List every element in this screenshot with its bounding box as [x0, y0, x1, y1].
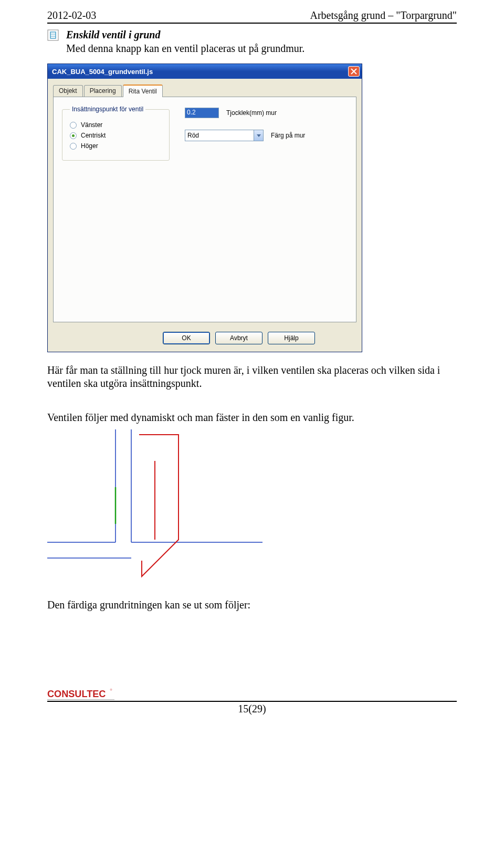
- close-button[interactable]: [348, 66, 360, 77]
- thickness-row: 0.2 Tjocklek(mm) mur: [185, 108, 305, 118]
- radio-icon: [70, 132, 77, 139]
- titlebar[interactable]: CAK_BUA_5004_grundventil.js: [48, 64, 362, 79]
- section-header: Enskild ventil i grund: [47, 29, 457, 41]
- color-label: Färg på mur: [271, 132, 305, 139]
- vent-tool-icon: [47, 29, 59, 41]
- tab-rita-ventil[interactable]: Rita Ventil: [123, 85, 163, 97]
- tab-placering[interactable]: Placering: [84, 85, 122, 97]
- radio-icon: [70, 143, 77, 150]
- dialog-buttons: OK Avbryt Hjälp: [116, 328, 362, 352]
- titlebar-text: CAK_BUA_5004_grundventil.js: [52, 68, 348, 76]
- ventil-drawing: [47, 429, 262, 587]
- radio-hoger[interactable]: Höger: [70, 142, 162, 150]
- paragraph-dynamic: Ventilen följer med dynamiskt och man fä…: [47, 411, 457, 424]
- consultec-logo: CONSULTEC ®: [47, 685, 131, 706]
- thickness-label: Tjocklek(mm) mur: [226, 109, 277, 117]
- tabstrip: Objekt Placering Rita Ventil: [53, 83, 362, 97]
- svg-text:®: ®: [110, 688, 112, 691]
- tab-objekt[interactable]: Objekt: [53, 85, 83, 97]
- dialog-window: CAK_BUA_5004_grundventil.js Objekt Place…: [47, 64, 362, 352]
- color-row: Röd Färg på mur: [185, 130, 305, 141]
- section-intro: Med denna knapp kan en ventil placeras u…: [66, 42, 457, 55]
- svg-rect-0: [48, 30, 58, 40]
- logo-text-svg: CONSULTEC: [47, 689, 106, 699]
- radio-label: Centriskt: [81, 132, 106, 139]
- page-number: 15(29): [238, 703, 266, 715]
- chevron-down-icon: [257, 134, 261, 137]
- document-title: Arbetsgång grund – "Torpargrund": [310, 9, 457, 22]
- radio-vanster[interactable]: Vänster: [70, 121, 162, 129]
- color-value: Röd: [187, 132, 199, 139]
- radio-icon: [70, 122, 77, 129]
- radio-label: Vänster: [81, 121, 102, 129]
- group-legend: Insättningspunkt för ventil: [70, 106, 145, 113]
- section-heading: Enskild ventil i grund: [66, 29, 161, 41]
- right-fields: 0.2 Tjocklek(mm) mur Röd Färg på mur: [185, 108, 305, 153]
- page: 2012-02-03 Arbetsgång grund – "Torpargru…: [0, 0, 504, 725]
- radio-label: Höger: [81, 142, 98, 150]
- ok-button[interactable]: OK: [163, 332, 210, 344]
- paragraph-after-dialog: Här får man ta ställning till hur tjock …: [47, 364, 457, 390]
- close-icon: [350, 68, 358, 75]
- help-button[interactable]: Hjälp: [268, 332, 315, 344]
- insertion-point-group: Insättningspunkt för ventil Vänster Cent…: [62, 106, 170, 161]
- page-date: 2012-02-03: [47, 9, 96, 22]
- radio-centriskt[interactable]: Centriskt: [70, 132, 162, 139]
- tabpanel: Insättningspunkt för ventil Vänster Cent…: [53, 97, 356, 322]
- paragraph-final: Den färdiga grundritningen kan se ut som…: [47, 598, 457, 612]
- color-combo[interactable]: Röd: [185, 130, 264, 141]
- header-row: 2012-02-03 Arbetsgång grund – "Torpargru…: [47, 9, 457, 22]
- combo-button[interactable]: [254, 130, 263, 141]
- divider-top: [47, 23, 457, 24]
- thickness-input[interactable]: 0.2: [185, 108, 219, 118]
- cancel-button[interactable]: Avbryt: [215, 332, 262, 344]
- page-footer: CONSULTEC ® 15(29): [47, 701, 457, 715]
